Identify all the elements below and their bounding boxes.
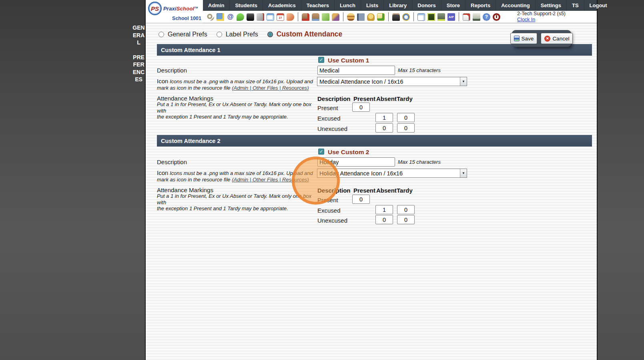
markings-help-line2: the exception 1 Present and 1 Tardy may … bbox=[157, 205, 288, 211]
col-header-tardy: Tardy bbox=[397, 187, 413, 194]
excused-absent-input[interactable] bbox=[375, 113, 393, 122]
calendar-date-icon[interactable]: 17 bbox=[277, 13, 284, 21]
attendance-markings-label: Attendance Markings bbox=[157, 187, 213, 193]
clock-in-link[interactable]: Clock In bbox=[517, 17, 535, 22]
nav-tab-accounting[interactable]: Accounting bbox=[496, 0, 535, 11]
nav-tab-admin[interactable]: Admin bbox=[203, 0, 229, 11]
icon-label: Icon bbox=[157, 78, 168, 84]
excused-absent-input-2[interactable] bbox=[375, 205, 393, 214]
icon-help-line1: Icons must be a .png with a max size of … bbox=[170, 170, 313, 176]
pdf-icon[interactable] bbox=[463, 13, 470, 21]
resources-link[interactable]: (Admin | Other Files | Resources) bbox=[232, 85, 309, 91]
cancel-x-icon: ✕ bbox=[544, 36, 550, 42]
bell-icon[interactable] bbox=[367, 13, 375, 21]
row-label-unexcused: Unexcused bbox=[317, 125, 347, 132]
note-send-icon[interactable] bbox=[377, 13, 385, 21]
nav-tab-students[interactable]: Students bbox=[229, 0, 263, 11]
toolbar-separator bbox=[298, 12, 298, 21]
check-payment-icon[interactable] bbox=[427, 13, 435, 21]
nav-tab-ts[interactable]: TS bbox=[566, 0, 584, 11]
cancel-button[interactable]: ✕ Cancel bbox=[541, 33, 573, 44]
nav-tab-library[interactable]: Library bbox=[383, 0, 412, 11]
use-custom-2-checkbox[interactable]: ✓ bbox=[318, 149, 324, 155]
save-button[interactable]: Save bbox=[510, 33, 538, 44]
col-header-tardy: Tardy bbox=[397, 95, 413, 102]
label-prefs-radio[interactable] bbox=[217, 32, 222, 37]
description-input-2[interactable] bbox=[317, 157, 395, 167]
help-icon[interactable]: ? bbox=[483, 13, 490, 21]
accounts-payable-icon[interactable]: A/P bbox=[447, 13, 455, 21]
custom-attendance-radio[interactable] bbox=[267, 32, 273, 37]
nav-tab-logout[interactable]: Logout bbox=[584, 0, 612, 11]
general-prefs-label[interactable]: General Prefs bbox=[168, 31, 207, 38]
row-label-excused: Excused bbox=[317, 207, 341, 214]
excused-tardy-input-2[interactable] bbox=[397, 205, 415, 214]
custom-attendance-label[interactable]: Custom Attendance bbox=[277, 30, 343, 38]
nav-tab-teachers[interactable]: Teachers bbox=[301, 0, 334, 11]
lunch-icon[interactable] bbox=[347, 13, 355, 21]
nav-tab-donors[interactable]: Donors bbox=[412, 0, 441, 11]
general-prefs-radio[interactable] bbox=[158, 32, 164, 37]
use-custom-2-label: Use Custom 2 bbox=[328, 149, 369, 156]
print-icon[interactable] bbox=[473, 13, 480, 21]
icon-help-text: Icon Icons must be a .png with a max siz… bbox=[157, 78, 317, 91]
email-icon[interactable]: @ bbox=[227, 13, 234, 21]
icon-select[interactable]: Medical Attendance Icon / 16x16 ▼ bbox=[317, 77, 467, 86]
chat-icon[interactable] bbox=[237, 13, 244, 21]
excused-tardy-input[interactable] bbox=[397, 113, 415, 122]
description-input[interactable] bbox=[317, 66, 395, 75]
search-icon[interactable] bbox=[207, 13, 214, 21]
nurse-icon[interactable] bbox=[302, 13, 309, 21]
present-present-input[interactable] bbox=[352, 103, 370, 112]
icon-help-text: Icon Icons must be a .png with a max siz… bbox=[157, 170, 317, 183]
nav-tab-store[interactable]: Store bbox=[441, 0, 465, 11]
content-area: PS PraxiSchoolTM School 1001 Admin Stude… bbox=[145, 0, 598, 360]
unexcused-absent-input[interactable] bbox=[375, 123, 393, 133]
icon-select-2[interactable]: Holiday Attendance Icon / 16x16 ▼ bbox=[317, 169, 467, 178]
section-title: Custom Attendance 1 bbox=[161, 47, 221, 53]
apps-grid-icon[interactable] bbox=[217, 13, 224, 21]
resources-link[interactable]: (Admin | Other Files | Resources) bbox=[232, 177, 309, 183]
col-header-description: Description bbox=[317, 187, 351, 194]
use-custom-1-label: Use Custom 1 bbox=[328, 57, 369, 64]
staff-icon[interactable] bbox=[392, 13, 400, 21]
megaphone-icon[interactable] bbox=[287, 13, 294, 21]
unexcused-tardy-input-2[interactable] bbox=[397, 215, 415, 224]
nav-tab-lists[interactable]: Lists bbox=[361, 0, 383, 11]
icon-help-line1: Icons must be a .png with a max size of … bbox=[170, 78, 313, 84]
phone-icon[interactable] bbox=[247, 13, 254, 21]
present-present-input-2[interactable] bbox=[352, 195, 370, 204]
col-header-absent: Absent bbox=[376, 95, 397, 102]
nav-tab-academics[interactable]: Academics bbox=[263, 0, 301, 11]
unexcused-absent-input-2[interactable] bbox=[375, 215, 393, 224]
sidebar-word-general: GENERAL bbox=[132, 24, 145, 46]
section-header-custom-attendance-2: Custom Attendance 2 bbox=[157, 135, 592, 147]
col-header-present: Present bbox=[353, 95, 375, 102]
icon-help-line2: mark as icon in the resource file bbox=[157, 177, 231, 183]
cash-register-icon[interactable] bbox=[437, 13, 445, 21]
max-chars-hint: Max 15 characters bbox=[398, 67, 441, 73]
sidebar-word-preferences: PREFERENCES bbox=[132, 54, 145, 83]
spreadsheet-icon[interactable] bbox=[417, 13, 425, 21]
parent-icon[interactable] bbox=[312, 13, 319, 21]
alarm-clock-icon[interactable] bbox=[402, 13, 410, 21]
use-custom-1-checkbox[interactable]: ✓ bbox=[318, 57, 324, 63]
label-prefs-label[interactable]: Label Prefs bbox=[226, 31, 258, 38]
unexcused-tardy-input[interactable] bbox=[397, 123, 415, 133]
binder-icon[interactable] bbox=[357, 13, 365, 21]
top-navbar: Admin Students Academics Teachers Lunch … bbox=[203, 0, 597, 11]
nav-tab-settings[interactable]: Settings bbox=[535, 0, 566, 11]
nav-tab-reports[interactable]: Reports bbox=[465, 0, 496, 11]
tickets-icon[interactable] bbox=[322, 13, 329, 21]
nav-tab-lunch[interactable]: Lunch bbox=[334, 0, 361, 11]
toolbar-separator bbox=[388, 12, 389, 21]
speaker-icon[interactable] bbox=[257, 13, 264, 21]
calendar-icon[interactable] bbox=[267, 13, 274, 21]
logo[interactable]: PS PraxiSchoolTM School 1001 bbox=[146, 0, 203, 23]
family-icon[interactable] bbox=[332, 13, 339, 21]
col-header-description: Description bbox=[317, 95, 351, 102]
logo-row: PS PraxiSchoolTM bbox=[148, 2, 201, 15]
praxischool-app: GENERAL PREFERENCES PS PraxiSchoolTM Sch… bbox=[0, 0, 644, 360]
save-disk-icon bbox=[514, 36, 520, 41]
power-icon[interactable] bbox=[493, 13, 500, 21]
